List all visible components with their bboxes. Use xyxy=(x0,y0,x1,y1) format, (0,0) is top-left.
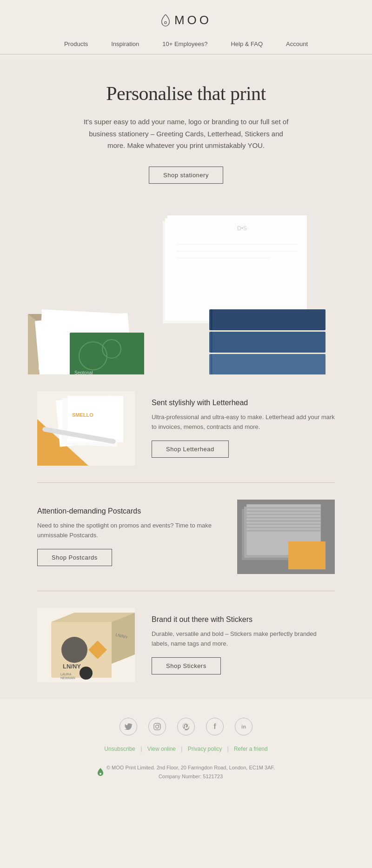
hero-title: Personalise that print xyxy=(37,82,335,105)
product-section: SMELLO Sent stylishly with Letterhead Ul… xyxy=(0,374,372,699)
svg-rect-9 xyxy=(209,309,326,330)
separator-3: | xyxy=(227,746,230,752)
instagram-icon[interactable] xyxy=(148,718,166,735)
main-nav: Products Inspiration 10+ Employees? Help… xyxy=(0,36,372,54)
footer: f in Unsubscribe | View online | Privacy… xyxy=(0,699,372,791)
stickers-desc: Durable, versatile and bold – Stickers m… xyxy=(152,629,335,649)
header: MOO Products Inspiration 10+ Employees? … xyxy=(0,0,372,59)
svg-text:Septonal: Septonal xyxy=(74,370,93,374)
svg-point-58 xyxy=(61,637,87,663)
postcards-desc: Need to shine the spotlight on promos an… xyxy=(37,521,220,541)
postcards-text: Attention-demanding Postcards Need to sh… xyxy=(37,507,220,566)
privacy-policy-link[interactable]: Privacy policy xyxy=(188,746,222,752)
linkedin-icon[interactable]: in xyxy=(235,718,252,735)
letterhead-heading: Sent stylishly with Letterhead xyxy=(152,399,335,407)
legal-line-2: Company Number: 5121723 xyxy=(106,772,275,781)
svg-rect-53 xyxy=(288,541,326,569)
svg-text:D•S: D•S xyxy=(237,225,247,232)
stickers-text: Brand it out there with Stickers Durable… xyxy=(152,615,335,674)
logo-text: MOO xyxy=(174,13,212,27)
footer-moo-icon xyxy=(97,768,104,776)
nav-inspiration[interactable]: Inspiration xyxy=(111,40,139,47)
hero-image: D•S Septonal xyxy=(0,198,372,374)
svg-text:SMELLO: SMELLO xyxy=(72,412,93,418)
twitter-icon[interactable] xyxy=(120,718,137,735)
stickers-image: LN/NY LAURA NEWMAN LN/NY xyxy=(37,608,135,682)
svg-rect-10 xyxy=(209,332,326,353)
footer-links: Unsubscribe | View online | Privacy poli… xyxy=(0,746,372,752)
nav-products[interactable]: Products xyxy=(64,40,88,47)
postcards-row: Attention-demanding Postcards Need to sh… xyxy=(37,483,335,591)
footer-legal: © MOO Print Limited. 2nd Floor, 20 Farri… xyxy=(0,763,372,782)
refer-friend-link[interactable]: Refer a friend xyxy=(234,746,268,752)
svg-point-64 xyxy=(80,667,93,680)
social-icons-group: f in xyxy=(0,718,372,735)
stickers-row: LN/NY LAURA NEWMAN LN/NY Brand it out th… xyxy=(37,591,335,699)
hero-section: Personalise that print It's super easy t… xyxy=(0,59,372,198)
svg-point-0 xyxy=(165,21,167,24)
svg-rect-65 xyxy=(154,723,160,730)
postcards-heading: Attention-demanding Postcards xyxy=(37,507,220,515)
svg-point-67 xyxy=(159,724,159,725)
page-wrapper: MOO Products Inspiration 10+ Employees? … xyxy=(0,0,372,791)
svg-text:LN/NY: LN/NY xyxy=(63,663,81,670)
svg-text:NEWMAN: NEWMAN xyxy=(60,676,75,680)
nav-employees[interactable]: 10+ Employees? xyxy=(162,40,207,47)
shop-postcards-button[interactable]: Shop Postcards xyxy=(37,549,112,566)
unsubscribe-link[interactable]: Unsubscribe xyxy=(104,746,135,752)
letterhead-text: Sent stylishly with Letterhead Ultra-pro… xyxy=(152,399,335,458)
letterhead-desc: Ultra-professional and ultra-easy to mak… xyxy=(152,413,335,432)
shop-stationery-button[interactable]: Shop stationery xyxy=(149,167,223,184)
moo-logo-icon xyxy=(160,14,171,27)
svg-point-66 xyxy=(156,725,159,728)
svg-point-68 xyxy=(100,773,101,775)
svg-text:LAURA: LAURA xyxy=(60,673,72,676)
nav-help[interactable]: Help & FAQ xyxy=(231,40,263,47)
hero-body: It's super easy to add your name, logo o… xyxy=(79,116,293,152)
svg-rect-11 xyxy=(209,354,326,374)
shop-stickers-button[interactable]: Shop Stickers xyxy=(152,657,221,674)
separator-2: | xyxy=(181,746,184,752)
stickers-heading: Brand it out there with Stickers xyxy=(152,615,335,624)
view-online-link[interactable]: View online xyxy=(147,746,176,752)
footer-legal-text: © MOO Print Limited. 2nd Floor, 20 Farri… xyxy=(106,763,275,782)
logo-area: MOO xyxy=(0,13,372,27)
facebook-icon[interactable]: f xyxy=(206,718,224,735)
pinterest-icon[interactable] xyxy=(177,718,195,735)
postcards-image xyxy=(237,500,335,574)
shop-letterhead-button[interactable]: Shop Letterhead xyxy=(152,441,229,458)
legal-line-1: © MOO Print Limited. 2nd Floor, 20 Farri… xyxy=(106,763,275,773)
nav-account[interactable]: Account xyxy=(286,40,308,47)
letterhead-row: SMELLO Sent stylishly with Letterhead Ul… xyxy=(37,374,335,483)
stationery-scene-svg: D•S Septonal xyxy=(0,207,372,374)
separator-1: | xyxy=(140,746,143,752)
letterhead-image: SMELLO xyxy=(37,391,135,466)
